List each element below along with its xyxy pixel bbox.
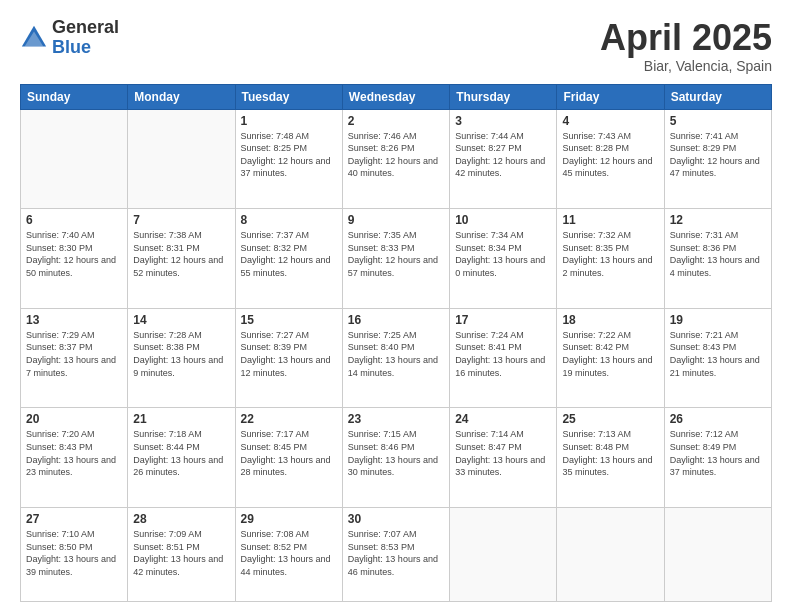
day-number: 23 [348, 412, 444, 426]
day-number: 8 [241, 213, 337, 227]
day-info: Sunrise: 7:13 AM Sunset: 8:48 PM Dayligh… [562, 428, 658, 478]
day-info: Sunrise: 7:14 AM Sunset: 8:47 PM Dayligh… [455, 428, 551, 478]
day-number: 9 [348, 213, 444, 227]
day-number: 19 [670, 313, 766, 327]
day-number: 27 [26, 512, 122, 526]
col-friday: Friday [557, 84, 664, 109]
table-row: 8Sunrise: 7:37 AM Sunset: 8:32 PM Daylig… [235, 209, 342, 309]
table-row: 23Sunrise: 7:15 AM Sunset: 8:46 PM Dayli… [342, 408, 449, 508]
day-number: 5 [670, 114, 766, 128]
day-number: 3 [455, 114, 551, 128]
day-info: Sunrise: 7:24 AM Sunset: 8:41 PM Dayligh… [455, 329, 551, 379]
day-number: 24 [455, 412, 551, 426]
calendar-header-row: Sunday Monday Tuesday Wednesday Thursday… [21, 84, 772, 109]
day-number: 21 [133, 412, 229, 426]
day-number: 15 [241, 313, 337, 327]
col-wednesday: Wednesday [342, 84, 449, 109]
day-number: 29 [241, 512, 337, 526]
table-row: 3Sunrise: 7:44 AM Sunset: 8:27 PM Daylig… [450, 109, 557, 209]
day-number: 6 [26, 213, 122, 227]
day-info: Sunrise: 7:20 AM Sunset: 8:43 PM Dayligh… [26, 428, 122, 478]
table-row: 24Sunrise: 7:14 AM Sunset: 8:47 PM Dayli… [450, 408, 557, 508]
day-number: 18 [562, 313, 658, 327]
day-info: Sunrise: 7:22 AM Sunset: 8:42 PM Dayligh… [562, 329, 658, 379]
day-info: Sunrise: 7:29 AM Sunset: 8:37 PM Dayligh… [26, 329, 122, 379]
title-month: April 2025 [600, 18, 772, 58]
day-info: Sunrise: 7:15 AM Sunset: 8:46 PM Dayligh… [348, 428, 444, 478]
title-block: April 2025 Biar, Valencia, Spain [600, 18, 772, 74]
table-row: 27Sunrise: 7:10 AM Sunset: 8:50 PM Dayli… [21, 508, 128, 602]
table-row [21, 109, 128, 209]
table-row: 4Sunrise: 7:43 AM Sunset: 8:28 PM Daylig… [557, 109, 664, 209]
col-sunday: Sunday [21, 84, 128, 109]
day-info: Sunrise: 7:48 AM Sunset: 8:25 PM Dayligh… [241, 130, 337, 180]
day-info: Sunrise: 7:43 AM Sunset: 8:28 PM Dayligh… [562, 130, 658, 180]
day-info: Sunrise: 7:37 AM Sunset: 8:32 PM Dayligh… [241, 229, 337, 279]
day-number: 20 [26, 412, 122, 426]
table-row [664, 508, 771, 602]
table-row: 12Sunrise: 7:31 AM Sunset: 8:36 PM Dayli… [664, 209, 771, 309]
day-number: 22 [241, 412, 337, 426]
table-row: 10Sunrise: 7:34 AM Sunset: 8:34 PM Dayli… [450, 209, 557, 309]
table-row: 26Sunrise: 7:12 AM Sunset: 8:49 PM Dayli… [664, 408, 771, 508]
day-number: 4 [562, 114, 658, 128]
day-info: Sunrise: 7:28 AM Sunset: 8:38 PM Dayligh… [133, 329, 229, 379]
day-info: Sunrise: 7:46 AM Sunset: 8:26 PM Dayligh… [348, 130, 444, 180]
col-thursday: Thursday [450, 84, 557, 109]
day-number: 16 [348, 313, 444, 327]
table-row [450, 508, 557, 602]
day-number: 13 [26, 313, 122, 327]
day-info: Sunrise: 7:21 AM Sunset: 8:43 PM Dayligh… [670, 329, 766, 379]
table-row: 28Sunrise: 7:09 AM Sunset: 8:51 PM Dayli… [128, 508, 235, 602]
logo: General Blue [20, 18, 119, 58]
day-info: Sunrise: 7:44 AM Sunset: 8:27 PM Dayligh… [455, 130, 551, 180]
calendar-table: Sunday Monday Tuesday Wednesday Thursday… [20, 84, 772, 602]
table-row [557, 508, 664, 602]
table-row [128, 109, 235, 209]
day-info: Sunrise: 7:09 AM Sunset: 8:51 PM Dayligh… [133, 528, 229, 578]
day-info: Sunrise: 7:12 AM Sunset: 8:49 PM Dayligh… [670, 428, 766, 478]
table-row: 30Sunrise: 7:07 AM Sunset: 8:53 PM Dayli… [342, 508, 449, 602]
table-row: 22Sunrise: 7:17 AM Sunset: 8:45 PM Dayli… [235, 408, 342, 508]
table-row: 2Sunrise: 7:46 AM Sunset: 8:26 PM Daylig… [342, 109, 449, 209]
day-number: 17 [455, 313, 551, 327]
col-saturday: Saturday [664, 84, 771, 109]
day-number: 26 [670, 412, 766, 426]
day-info: Sunrise: 7:38 AM Sunset: 8:31 PM Dayligh… [133, 229, 229, 279]
table-row: 1Sunrise: 7:48 AM Sunset: 8:25 PM Daylig… [235, 109, 342, 209]
day-number: 2 [348, 114, 444, 128]
table-row: 29Sunrise: 7:08 AM Sunset: 8:52 PM Dayli… [235, 508, 342, 602]
day-info: Sunrise: 7:17 AM Sunset: 8:45 PM Dayligh… [241, 428, 337, 478]
day-number: 1 [241, 114, 337, 128]
table-row: 25Sunrise: 7:13 AM Sunset: 8:48 PM Dayli… [557, 408, 664, 508]
day-number: 14 [133, 313, 229, 327]
day-info: Sunrise: 7:25 AM Sunset: 8:40 PM Dayligh… [348, 329, 444, 379]
day-number: 11 [562, 213, 658, 227]
table-row: 9Sunrise: 7:35 AM Sunset: 8:33 PM Daylig… [342, 209, 449, 309]
day-info: Sunrise: 7:18 AM Sunset: 8:44 PM Dayligh… [133, 428, 229, 478]
day-info: Sunrise: 7:35 AM Sunset: 8:33 PM Dayligh… [348, 229, 444, 279]
day-info: Sunrise: 7:08 AM Sunset: 8:52 PM Dayligh… [241, 528, 337, 578]
table-row: 20Sunrise: 7:20 AM Sunset: 8:43 PM Dayli… [21, 408, 128, 508]
header: General Blue April 2025 Biar, Valencia, … [20, 18, 772, 74]
day-number: 30 [348, 512, 444, 526]
day-info: Sunrise: 7:31 AM Sunset: 8:36 PM Dayligh… [670, 229, 766, 279]
logo-text: General Blue [52, 18, 119, 58]
day-info: Sunrise: 7:07 AM Sunset: 8:53 PM Dayligh… [348, 528, 444, 578]
day-number: 7 [133, 213, 229, 227]
table-row: 16Sunrise: 7:25 AM Sunset: 8:40 PM Dayli… [342, 308, 449, 408]
title-location: Biar, Valencia, Spain [600, 58, 772, 74]
day-info: Sunrise: 7:41 AM Sunset: 8:29 PM Dayligh… [670, 130, 766, 180]
table-row: 19Sunrise: 7:21 AM Sunset: 8:43 PM Dayli… [664, 308, 771, 408]
table-row: 18Sunrise: 7:22 AM Sunset: 8:42 PM Dayli… [557, 308, 664, 408]
day-info: Sunrise: 7:32 AM Sunset: 8:35 PM Dayligh… [562, 229, 658, 279]
logo-icon [20, 24, 48, 52]
table-row: 14Sunrise: 7:28 AM Sunset: 8:38 PM Dayli… [128, 308, 235, 408]
page: General Blue April 2025 Biar, Valencia, … [0, 0, 792, 612]
day-info: Sunrise: 7:40 AM Sunset: 8:30 PM Dayligh… [26, 229, 122, 279]
table-row: 6Sunrise: 7:40 AM Sunset: 8:30 PM Daylig… [21, 209, 128, 309]
day-number: 12 [670, 213, 766, 227]
table-row: 11Sunrise: 7:32 AM Sunset: 8:35 PM Dayli… [557, 209, 664, 309]
day-info: Sunrise: 7:34 AM Sunset: 8:34 PM Dayligh… [455, 229, 551, 279]
table-row: 15Sunrise: 7:27 AM Sunset: 8:39 PM Dayli… [235, 308, 342, 408]
